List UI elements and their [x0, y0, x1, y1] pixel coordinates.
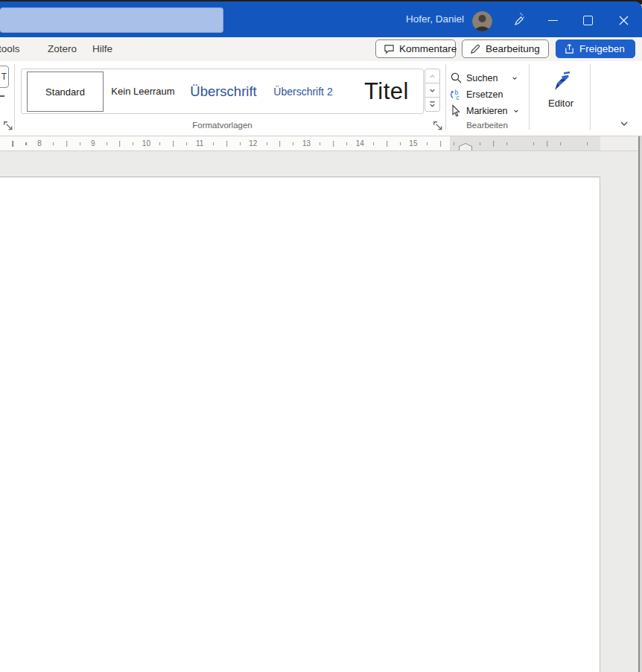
- gallery-row-down-button[interactable]: [425, 83, 440, 98]
- chevron-down-icon: [513, 108, 519, 114]
- group-separator: [529, 64, 530, 130]
- comment-icon: [384, 43, 395, 54]
- close-button[interactable]: [611, 9, 635, 31]
- styles-dialog-launcher-icon[interactable]: [433, 121, 443, 131]
- ruler-number: 13: [300, 139, 313, 148]
- replace-button[interactable]: b c Ersetzen: [450, 86, 503, 102]
- replace-icon: b c: [450, 88, 463, 101]
- comments-label: Kommentare: [399, 43, 457, 54]
- svg-text:c: c: [457, 94, 460, 101]
- menu-item-ertools[interactable]: ertools: [0, 37, 20, 61]
- find-button[interactable]: Suchen: [450, 70, 518, 86]
- cursor-icon: [450, 104, 463, 117]
- comments-button[interactable]: Kommentare: [375, 39, 456, 58]
- ribbon: T Standard Kein Leerraum Überschrift Übe…: [0, 61, 642, 136]
- ruler-number: 9: [89, 139, 98, 148]
- magnifier-icon: [450, 72, 463, 84]
- document-page[interactable]: [0, 177, 600, 672]
- maximize-icon: [583, 16, 593, 25]
- share-button[interactable]: Freigeben: [556, 39, 635, 58]
- chevron-down-icon: [512, 75, 518, 81]
- replace-label: Ersetzen: [466, 89, 503, 100]
- styles-group-label: Formatvorlagen: [21, 121, 424, 130]
- styles-gallery: Standard Kein Leerraum Überschrift Übers…: [21, 69, 424, 114]
- avatar[interactable]: [472, 11, 492, 31]
- titlebar: Hofer, Daniel: [0, 1, 642, 37]
- styles-gallery-scroll: [425, 69, 440, 112]
- clipped-ribbon-button[interactable]: T: [0, 66, 9, 88]
- pencil-icon: [470, 43, 481, 54]
- editor-pen-icon: [550, 70, 572, 92]
- menu-item-hilfe[interactable]: Hilfe: [92, 37, 112, 61]
- editor-label: Editor: [548, 98, 573, 109]
- find-label: Suchen: [466, 73, 498, 83]
- pen-sparkle-icon[interactable]: [511, 13, 526, 28]
- editing-group-label: Bearbeiten: [447, 121, 527, 130]
- group-separator: [14, 64, 15, 130]
- editing-mode-button[interactable]: Bearbeitung: [462, 39, 549, 58]
- ruler-number: 8: [35, 139, 44, 148]
- editing-mode-label: Bearbeitung: [486, 43, 540, 54]
- menu-item-zotero[interactable]: Zotero: [48, 37, 77, 61]
- style-ueberschrift-2[interactable]: Überschrift 2: [266, 69, 340, 113]
- select-label: Markieren: [466, 106, 508, 116]
- menubar: ertools Zotero Hilfe Kommentare Bearbeit…: [0, 37, 642, 61]
- gallery-row-up-button[interactable]: [425, 69, 440, 83]
- share-icon: [564, 43, 575, 54]
- document-area: [0, 151, 642, 672]
- clipped-dropdown-arrow[interactable]: [0, 95, 4, 97]
- editor-button[interactable]: Editor: [533, 64, 588, 131]
- close-icon: [619, 16, 629, 25]
- style-ueberschrift[interactable]: Überschrift: [182, 69, 264, 113]
- style-titel[interactable]: Titel: [352, 69, 421, 113]
- ruler: 8 9 10 11 12 13 14 15: [0, 136, 642, 151]
- ruler-number: 15: [407, 139, 419, 148]
- titlebar-search-input[interactable]: [0, 7, 223, 33]
- ruler-number: 11: [194, 139, 206, 148]
- maximize-button[interactable]: [576, 9, 600, 31]
- style-standard[interactable]: Standard: [27, 72, 104, 112]
- user-name[interactable]: Hofer, Daniel: [406, 1, 462, 37]
- minimize-icon: [548, 20, 558, 21]
- word-window: Hofer, Daniel ertools: [0, 0, 642, 672]
- style-kein-leerraum[interactable]: Kein Leerraum: [108, 69, 178, 113]
- group-separator: [590, 64, 591, 130]
- ruler-number: 14: [354, 139, 366, 148]
- gallery-more-button[interactable]: [425, 97, 440, 112]
- ruler-number: 10: [140, 139, 153, 148]
- minimize-button[interactable]: [541, 9, 565, 31]
- select-button[interactable]: Markieren: [450, 103, 519, 118]
- group-separator: [445, 64, 446, 130]
- ruler-number: 12: [247, 139, 259, 148]
- share-label: Freigeben: [579, 43, 625, 54]
- collapse-ribbon-button[interactable]: [617, 116, 632, 131]
- dialog-launcher-icon[interactable]: [3, 121, 13, 131]
